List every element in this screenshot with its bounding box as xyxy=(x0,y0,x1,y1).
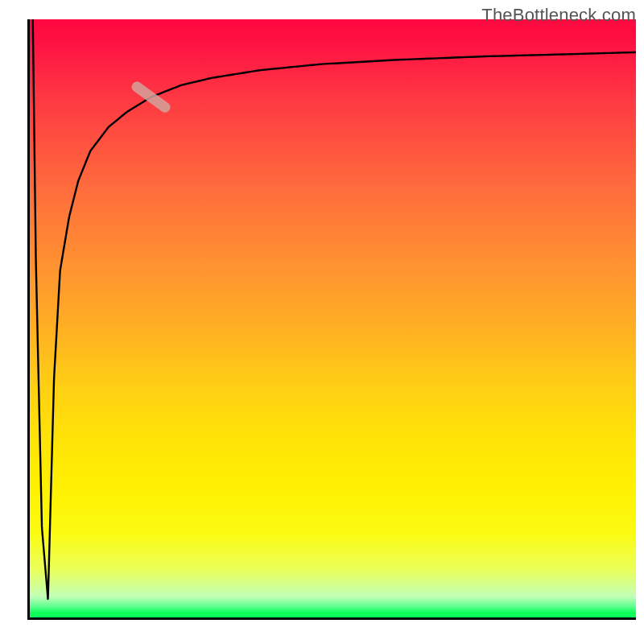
curve-marker-pill xyxy=(130,80,172,114)
plot-area xyxy=(27,19,636,620)
watermark-text: TheBottleneck.com xyxy=(481,5,636,26)
chart-container: TheBottleneck.com xyxy=(0,0,644,644)
main-curve xyxy=(33,19,636,599)
curve-layer xyxy=(30,19,636,617)
